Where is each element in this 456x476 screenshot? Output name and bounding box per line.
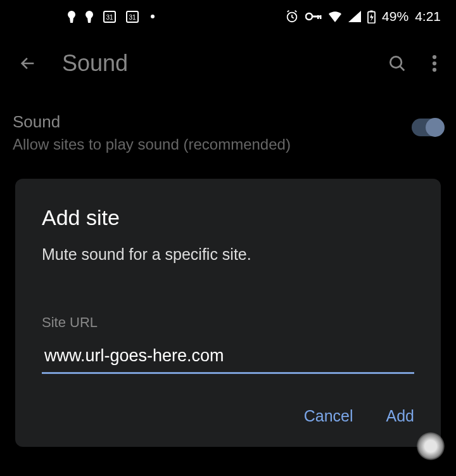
- svg-point-0: [68, 11, 75, 18]
- key-icon: [305, 12, 322, 21]
- keyhole-icon: [85, 10, 94, 23]
- battery-percent: 49%: [382, 9, 408, 24]
- site-url-input[interactable]: [42, 342, 414, 374]
- setting-title: Sound: [13, 112, 399, 132]
- page-title: Sound: [62, 50, 128, 77]
- cancel-button[interactable]: Cancel: [304, 407, 353, 425]
- add-button[interactable]: Add: [386, 407, 414, 425]
- touch-indicator: [417, 432, 445, 460]
- app-bar: Sound: [0, 33, 456, 93]
- wifi-icon: [328, 11, 342, 22]
- search-button[interactable]: [388, 54, 407, 73]
- svg-rect-9: [317, 15, 319, 19]
- dialog-title: Add site: [42, 205, 414, 230]
- dialog-subtitle: Mute sound for a specific site.: [42, 245, 414, 264]
- add-site-dialog: Add site Mute sound for a specific site.…: [15, 179, 441, 447]
- signal-icon: [348, 11, 361, 22]
- setting-sound-row: Sound Allow sites to play sound (recomme…: [0, 93, 456, 166]
- svg-point-16: [433, 67, 436, 71]
- url-input-label: Site URL: [42, 314, 414, 331]
- setting-subtitle: Allow sites to play sound (recommended): [13, 136, 399, 153]
- svg-text:31: 31: [129, 14, 136, 21]
- svg-rect-12: [370, 10, 373, 11]
- calendar-icon: 31: [125, 10, 139, 23]
- svg-rect-8: [312, 16, 321, 18]
- clock-time: 4:21: [415, 9, 441, 24]
- svg-point-13: [390, 56, 402, 68]
- svg-point-14: [433, 55, 436, 58]
- notification-dot-icon: [151, 15, 155, 18]
- sound-toggle[interactable]: [412, 119, 443, 136]
- calendar-icon: 31: [103, 10, 117, 23]
- svg-point-7: [306, 13, 312, 20]
- svg-text:31: 31: [106, 14, 113, 21]
- status-bar: 31 31 49% 4:21: [0, 0, 456, 33]
- svg-point-15: [433, 61, 436, 65]
- svg-point-1: [86, 11, 93, 18]
- svg-rect-10: [320, 15, 322, 19]
- keyhole-icon: [67, 10, 76, 23]
- more-button[interactable]: [432, 54, 437, 73]
- battery-icon: [367, 10, 376, 23]
- back-button[interactable]: [19, 55, 37, 72]
- alarm-icon: [285, 10, 299, 23]
